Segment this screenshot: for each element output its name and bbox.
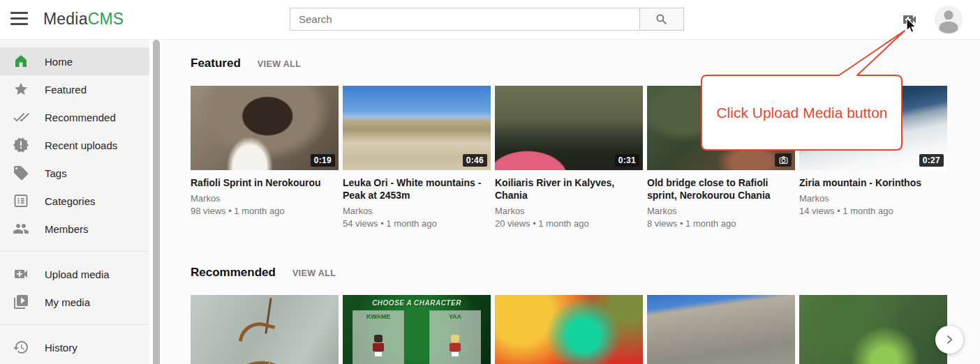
- section-title: Featured: [191, 56, 241, 70]
- video-title[interactable]: Old bridge close to Rafioli sprint, Nero…: [647, 176, 795, 202]
- sidebar-item-members[interactable]: Members: [0, 215, 149, 243]
- sidebar-item-label: Home: [45, 56, 73, 68]
- sidebar-item-categories[interactable]: Categories: [0, 187, 149, 215]
- video-thumbnail[interactable]: CHOOSE A CHARACTER KWAME Selected YAA Se…: [343, 295, 491, 364]
- media-card: 0:31 Koiliaris River in Kalyves, Chania …: [495, 86, 643, 229]
- recommended-section-header: Recommended VIEW ALL: [191, 266, 336, 280]
- logo-media: Media: [43, 10, 88, 28]
- duration-badge: 0:27: [919, 154, 944, 167]
- search-bar: [290, 8, 684, 31]
- media-card: [799, 295, 947, 364]
- character-name: KWAME: [353, 313, 403, 320]
- carousel-next-button[interactable]: [935, 326, 963, 354]
- sidebar-item-label: Members: [45, 223, 89, 235]
- avatar[interactable]: [935, 6, 963, 33]
- video-thumbnail[interactable]: [191, 295, 339, 364]
- video-library-icon: [13, 294, 29, 310]
- photo-thumbnail[interactable]: [647, 86, 795, 170]
- character-sprite: [372, 335, 385, 356]
- new-releases-icon: [13, 137, 29, 153]
- sidebar-item-upload-media[interactable]: Upload media: [0, 260, 149, 288]
- video-meta: 14 views • 1 month ago: [799, 206, 947, 216]
- video-meta: 98 views • 1 month ago: [191, 206, 339, 216]
- media-card: Old bridge close to Rafioli sprint, Nero…: [647, 86, 795, 229]
- video-title[interactable]: Ziria mountain - Korinthos: [799, 176, 947, 189]
- character-sprite: [449, 335, 461, 356]
- video-author[interactable]: Markos: [495, 206, 643, 216]
- featured-section-header: Featured VIEW ALL: [191, 56, 301, 70]
- video-thumbnail[interactable]: [799, 295, 947, 364]
- star-icon: [13, 81, 29, 98]
- video-title[interactable]: Koiliaris River in Kalyves, Chania: [495, 176, 643, 202]
- search-button[interactable]: [640, 8, 684, 31]
- done-all-icon: [13, 109, 29, 126]
- camera-icon: [775, 153, 792, 167]
- featured-row: 0:19 Rafioli Sprint in Nerokourou Markos…: [191, 86, 947, 229]
- media-card: 0:19 Rafioli Sprint in Nerokourou Markos…: [191, 86, 339, 229]
- menu-icon[interactable]: [10, 12, 28, 26]
- duration-badge: 0:31: [615, 154, 639, 167]
- media-card: 0:27 Ziria mountain - Korinthos Markos 1…: [799, 86, 947, 229]
- sidebar-scrollbar[interactable]: [153, 40, 160, 364]
- sidebar: Home Featured Recommended Recent uploads…: [0, 40, 149, 364]
- sidebar-item-recommended[interactable]: Recommended: [0, 103, 149, 131]
- sidebar-item-history[interactable]: History: [0, 333, 149, 361]
- chevron-right-icon: [942, 333, 956, 347]
- video-meta: 20 views • 1 month ago: [495, 218, 643, 229]
- video-thumbnail[interactable]: 0:31: [495, 86, 643, 170]
- video-title[interactable]: Leuka Ori - White mountains - Peak at 24…: [343, 176, 491, 202]
- home-icon: [13, 53, 29, 70]
- sidebar-item-label: My media: [45, 296, 90, 308]
- video-thumbnail[interactable]: 0:27: [799, 86, 947, 170]
- search-input[interactable]: [290, 8, 640, 31]
- character-panel: KWAME Selected: [352, 310, 404, 364]
- logo-cms: CMS: [88, 10, 124, 28]
- top-bar: MediaCMS: [0, 0, 980, 40]
- sidebar-item-tags[interactable]: Tags: [0, 159, 149, 187]
- sidebar-divider: [0, 324, 149, 325]
- history-icon: [13, 339, 29, 356]
- upload-media-icon: [13, 266, 29, 282]
- video-thumbnail[interactable]: [647, 295, 795, 364]
- search-icon: [655, 13, 669, 26]
- character-panel: YAA Select: [429, 310, 481, 364]
- section-title: Recommended: [191, 266, 276, 280]
- app-logo[interactable]: MediaCMS: [43, 10, 124, 29]
- sidebar-item-home[interactable]: Home: [0, 47, 149, 75]
- video-author[interactable]: Markos: [799, 193, 947, 204]
- view-all-link[interactable]: VIEW ALL: [258, 59, 301, 69]
- media-card: [191, 295, 339, 364]
- video-title[interactable]: Rafioli Sprint in Nerokourou: [191, 176, 339, 189]
- upload-media-icon[interactable]: [901, 11, 918, 28]
- sidebar-divider: [0, 251, 149, 252]
- members-icon: [13, 220, 29, 237]
- tag-icon: [13, 165, 29, 181]
- sidebar-item-label: Upload media: [45, 268, 110, 280]
- sidebar-item-my-media[interactable]: My media: [0, 288, 149, 316]
- video-meta: 54 views • 1 month ago: [343, 218, 491, 229]
- main-content: Featured VIEW ALL 0:19 Rafioli Sprint in…: [162, 40, 980, 364]
- media-card: CHOOSE A CHARACTER KWAME Selected YAA Se…: [343, 295, 491, 364]
- media-card: [495, 295, 643, 364]
- categories-icon: [13, 192, 29, 209]
- video-author[interactable]: Markos: [647, 206, 795, 216]
- media-card: [647, 295, 795, 364]
- video-thumbnail[interactable]: [495, 295, 643, 364]
- duration-badge: 0:19: [311, 154, 335, 167]
- video-thumbnail[interactable]: 0:19: [191, 86, 339, 170]
- video-thumbnail[interactable]: 0:46: [343, 86, 491, 170]
- sidebar-item-label: Tags: [45, 167, 67, 179]
- video-author[interactable]: Markos: [191, 193, 339, 204]
- sidebar-item-label: Featured: [45, 84, 87, 96]
- sidebar-item-recent-uploads[interactable]: Recent uploads: [0, 131, 149, 159]
- pumpkin-hook: [239, 318, 276, 349]
- video-author[interactable]: Markos: [343, 206, 491, 216]
- sidebar-item-label: History: [45, 342, 77, 354]
- duration-badge: 0:46: [463, 154, 487, 167]
- sidebar-item-label: Recent uploads: [45, 139, 117, 151]
- view-all-link[interactable]: VIEW ALL: [292, 268, 336, 278]
- sidebar-item-featured[interactable]: Featured: [0, 75, 149, 103]
- character-name: YAA: [430, 313, 480, 320]
- sidebar-item-label: Recommended: [45, 112, 116, 123]
- game-title-text: CHOOSE A CHARACTER: [343, 299, 491, 307]
